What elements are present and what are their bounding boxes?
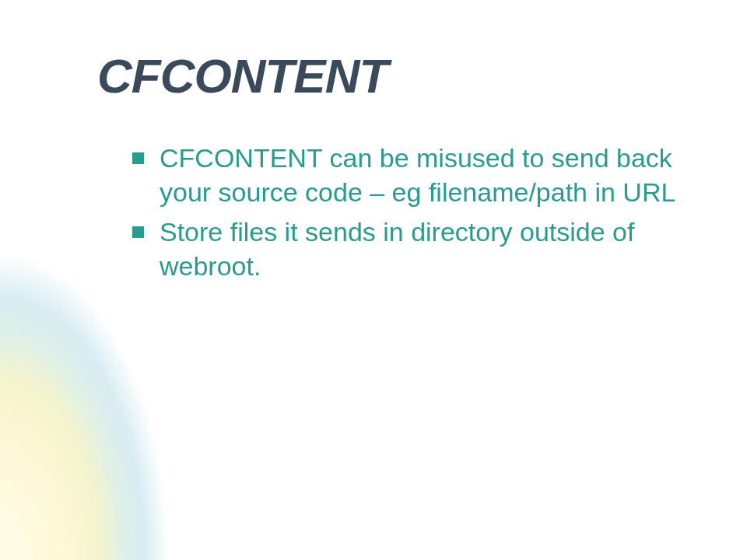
slide-title: CFCONTENT (97, 48, 388, 103)
list-item: CFCONTENT can be misused to send back yo… (132, 142, 693, 209)
bullet-marker-icon (132, 152, 144, 164)
bullet-text: Store files it sends in directory outsid… (160, 215, 693, 283)
bullet-list: CFCONTENT can be misused to send back yo… (132, 142, 693, 289)
bullet-text: CFCONTENT can be misused to send back yo… (160, 142, 693, 209)
list-item: Store files it sends in directory outsid… (132, 215, 693, 283)
bullet-marker-icon (132, 226, 144, 238)
